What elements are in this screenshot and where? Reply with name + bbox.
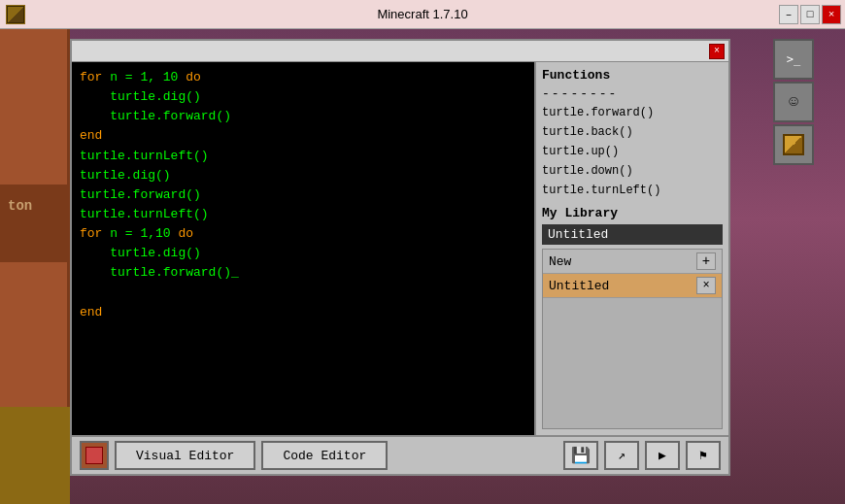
my-library-label: My Library <box>542 206 723 220</box>
code-editor[interactable]: for n = 1, 10 do turtle.dig() turtle.for… <box>72 62 534 435</box>
functions-divider: -------- <box>542 86 723 101</box>
terminal-icon: >_ <box>787 52 800 66</box>
function-item-1[interactable]: turtle.forward() <box>542 105 723 120</box>
function-item-3[interactable]: turtle.up() <box>542 144 723 159</box>
code-line-11: turtle.forward()_ <box>80 263 526 283</box>
run-button[interactable]: ▶ <box>645 441 680 470</box>
dark-block <box>0 185 70 262</box>
code-line-4: end <box>80 126 526 146</box>
bottom-block <box>0 407 70 504</box>
code-line-9: for n = 1,10 do <box>80 224 526 244</box>
function-item-4[interactable]: turtle.down() <box>542 163 723 179</box>
window-titlebar: × <box>72 41 728 62</box>
app-icon <box>6 5 25 24</box>
character-button[interactable]: ☺ <box>773 82 814 122</box>
left-sidebar: ton <box>0 29 70 504</box>
block-button[interactable] <box>773 124 814 165</box>
code-line-5: turtle.turnLeft() <box>80 147 526 166</box>
window-close-button[interactable]: × <box>709 44 725 59</box>
save-button[interactable]: 💾 <box>563 441 598 470</box>
window-title: Minecraft 1.7.10 <box>377 7 467 21</box>
code-line-7: turtle.forward() <box>80 185 526 205</box>
code-line-6: turtle.dig() <box>80 166 526 185</box>
function-item-5[interactable]: turtle.turnLeft() <box>542 183 723 198</box>
content-area: for n = 1, 10 do turtle.dig() turtle.for… <box>72 62 728 435</box>
library-list: New + Untitled × <box>542 249 723 429</box>
right-panel: Functions -------- turtle.forward() turt… <box>534 62 728 435</box>
code-line-12 <box>80 284 526 303</box>
close-button[interactable]: × <box>822 5 841 24</box>
toolbar-icon-button[interactable] <box>80 441 109 470</box>
library-untitled-row[interactable]: Untitled × <box>543 274 722 298</box>
code-line-10: turtle.dig() <box>80 244 526 263</box>
bottom-toolbar: Visual Editor Code Editor 💾 ↗ ▶ ⚑ <box>72 435 728 474</box>
library-new-button[interactable]: + <box>696 252 716 270</box>
code-line-13: end <box>80 303 526 322</box>
character-icon: ☺ <box>789 93 798 111</box>
function-item-2[interactable]: turtle.back() <box>542 124 723 140</box>
debug-icon: ⚑ <box>699 448 707 463</box>
run-icon: ▶ <box>659 448 666 463</box>
block-icon <box>783 134 804 155</box>
external-link-button[interactable]: ↗ <box>604 441 639 470</box>
save-icon: 💾 <box>571 446 591 465</box>
code-editor-button[interactable]: Code Editor <box>261 441 388 470</box>
main-window: × for n = 1, 10 do turtle.dig() turtle.f… <box>70 39 730 476</box>
visual-editor-button[interactable]: Visual Editor <box>115 441 255 470</box>
title-bar: Minecraft 1.7.10 – □ × <box>0 0 845 29</box>
code-line-1: for n = 1, 10 do <box>80 68 526 87</box>
library-new-label: New <box>549 254 571 269</box>
lock-icon <box>85 447 103 464</box>
sidebar-text: ton <box>8 198 32 214</box>
library-selected-item[interactable]: Untitled <box>542 224 723 245</box>
terminal-button[interactable]: >_ <box>773 39 814 80</box>
code-line-3: turtle.forward() <box>80 107 526 126</box>
functions-label: Functions <box>542 68 723 83</box>
library-delete-button[interactable]: × <box>696 277 716 294</box>
code-line-2: turtle.dig() <box>80 87 526 107</box>
code-line-8: turtle.turnLeft() <box>80 205 526 224</box>
external-icon: ↗ <box>618 448 625 463</box>
library-new-row: New + <box>543 250 722 274</box>
side-buttons: >_ ☺ <box>773 39 816 165</box>
window-controls: – □ × <box>779 5 841 24</box>
maximize-button[interactable]: □ <box>800 5 820 24</box>
minimize-button[interactable]: – <box>779 5 798 24</box>
debug-button[interactable]: ⚑ <box>686 441 721 470</box>
library-untitled-label: Untitled <box>549 279 609 293</box>
